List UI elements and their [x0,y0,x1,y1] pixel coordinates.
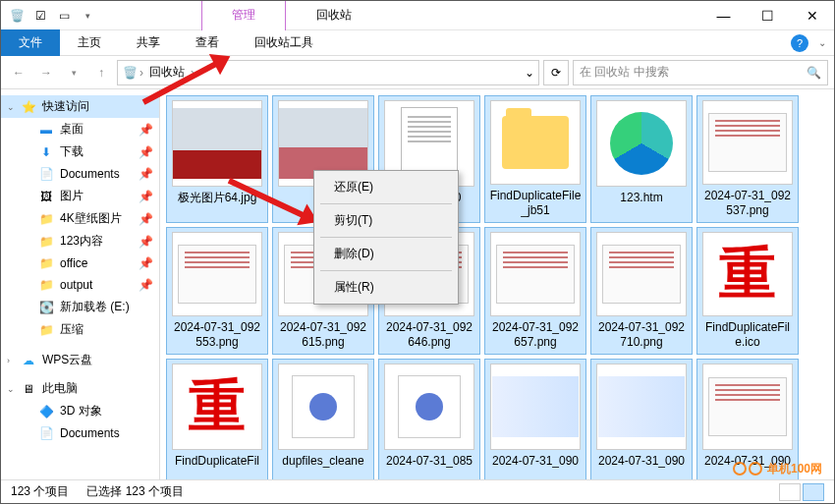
sidebar-compressed[interactable]: 📁压缩 [1,318,159,341]
file-label: 2024-07-31_090 [598,454,685,469]
ctx-restore[interactable]: 还原(E) [316,173,456,201]
file-item[interactable]: 2024-07-31_092710.png [590,227,693,355]
sidebar-123[interactable]: 📁123内容📌 [1,230,159,252]
recycle-bin-title: 回收站 [286,0,382,30]
file-thumbnail [596,364,687,450]
checkbox-icon[interactable]: ☑ [32,8,48,24]
file-label: 123.htm [620,191,662,205]
sidebar-thispc[interactable]: ⌄🖥此电脑 [1,377,159,400]
sidebar-item-label: office [60,256,87,270]
ribbon-expand-icon[interactable]: ⌄ [818,37,826,48]
sidebar-desktop[interactable]: ▬桌面📌 [1,118,159,140]
sidebar-item-label: Documents [60,167,120,181]
sidebar-3dobjects[interactable]: 🔷3D 对象 [1,400,159,422]
file-item[interactable]: 123.htm [590,95,693,223]
help-icon[interactable]: ? [791,34,808,52]
ctx-delete[interactable]: 删除(D) [316,240,456,268]
chevron-right-icon[interactable]: › [138,66,145,80]
file-thumbnail [172,232,262,316]
minimize-button[interactable]: — [701,1,746,29]
view-details-button[interactable] [779,483,801,501]
file-item[interactable]: 重FindDuplicateFil [166,359,268,480]
sidebar-item-label: 3D 对象 [60,403,102,420]
sidebar-wps[interactable]: ›☁WPS云盘 [1,349,159,371]
quick-access-toolbar: 🗑️ ☑ ▭ ▾ [1,8,103,24]
sidebar-newvol[interactable]: 💽新加载卷 (E:) [1,296,159,318]
watermark: 单机100网 [732,460,822,477]
forward-button[interactable]: → [34,61,58,84]
title-bar: 🗑️ ☑ ▭ ▾ 管理 回收站 — ☐ ✕ [1,1,834,30]
close-button[interactable]: ✕ [790,1,834,29]
sidebar-item-label: 下载 [60,143,84,160]
maximize-button[interactable]: ☐ [746,1,790,29]
view-mode-buttons [779,483,824,501]
file-item[interactable]: 2024-07-31_090 [590,359,693,480]
ctx-cut[interactable]: 剪切(T) [316,206,456,235]
tab-file[interactable]: 文件 [1,29,60,56]
ctx-separator [320,203,452,204]
search-icon[interactable]: 🔍 [807,66,821,80]
qat-dropdown-icon[interactable]: ▾ [80,8,95,24]
window-controls: — ☐ ✕ [701,1,834,29]
file-item[interactable]: 2024-07-31_092657.png [484,227,586,355]
ctx-separator [320,270,452,271]
context-menu: 还原(E) 剪切(T) 删除(D) 属性(R) [313,170,459,305]
file-item[interactable]: FindDuplicateFile_jb51 [484,95,586,223]
file-item[interactable]: 极光图片64.jpg [166,95,268,223]
file-item[interactable]: 2024-07-31_085 [378,359,480,480]
file-thumbnail [490,364,581,450]
navigation-pane: ⌄⭐快速访问 ▬桌面📌 ⬇下载📌 📄Documents📌 🖼图片📌 📁4K壁纸图… [1,89,160,480]
sidebar-item-label: 123内容 [60,233,103,250]
tab-home[interactable]: 主页 [60,29,119,56]
view-thumbnails-button[interactable] [803,483,824,501]
file-thumbnail [490,232,581,316]
ctx-properties[interactable]: 属性(R) [316,273,456,302]
file-label: 2024-07-31_090 [492,454,579,469]
sidebar-documents2[interactable]: 📄Documents [1,422,159,444]
status-selected-count: 已选择 123 个项目 [86,483,184,500]
navigation-bar: ← → ▾ ↑ 🗑️ › 回收站 › ⌄ ⟳ 在 回收站 中搜索 🔍 [1,56,834,89]
back-button[interactable]: ← [7,61,30,84]
sidebar-downloads[interactable]: ⬇下载📌 [1,140,159,163]
file-item[interactable]: 重FindDuplicateFile.ico [696,227,799,355]
file-thumbnail: 重 [702,232,793,316]
sidebar-output[interactable]: 📁output📌 [1,274,159,296]
refresh-button[interactable]: ⟳ [543,60,569,85]
sidebar-item-label: 图片 [60,188,84,204]
sidebar-wallpaper[interactable]: 📁4K壁纸图片📌 [1,207,159,230]
file-item[interactable]: dupfiles_cleane [272,359,374,480]
file-thumbnail [384,364,474,450]
file-thumbnail [172,100,262,187]
file-label: 2024-07-31_092537.png [701,189,794,218]
status-item-count: 123 个项目 [11,483,69,500]
properties-icon[interactable]: ▭ [56,8,72,24]
sidebar-item-label: WPS云盘 [42,352,92,368]
recycle-bin-icon: 🗑️ [9,8,25,24]
search-placeholder: 在 回收站 中搜索 [580,64,669,81]
sidebar-item-label: 快速访问 [42,98,89,115]
tab-recycle-tools[interactable]: 回收站工具 [237,29,331,56]
sidebar-item-label: 4K壁纸图片 [60,210,122,227]
search-input[interactable]: 在 回收站 中搜索 🔍 [573,60,828,85]
tab-share[interactable]: 共享 [119,29,178,56]
file-label: 2024-07-31_092646.png [383,320,475,350]
file-item[interactable]: 2024-07-31_092537.png [696,95,799,223]
sidebar-item-label: 此电脑 [42,380,78,397]
file-thumbnail: 重 [172,364,262,450]
sidebar-pictures[interactable]: 🖼图片📌 [1,185,159,207]
sidebar-documents[interactable]: 📄Documents📌 [1,163,159,185]
file-thumbnail [490,100,581,185]
file-item[interactable]: 2024-07-31_092553.png [166,227,268,355]
sidebar-office[interactable]: 📁office📌 [1,252,159,274]
sidebar-item-label: Documents [60,426,120,440]
sidebar-quick-access[interactable]: ⌄⭐快速访问 [1,95,159,118]
file-thumbnail [278,364,368,450]
recent-dropdown-icon[interactable]: ▾ [62,61,85,84]
manage-tab[interactable]: 管理 [201,0,286,30]
sidebar-item-label: 压缩 [60,321,84,338]
address-dropdown-icon[interactable]: ⌄ [525,66,534,80]
up-button[interactable]: ↑ [89,61,113,84]
file-label: FindDuplicateFil [175,454,259,469]
file-item[interactable]: 2024-07-31_090 [484,359,586,480]
file-list[interactable]: 极光图片64.jpguplicar_v2.0FindDuplicateFile_… [160,89,834,480]
